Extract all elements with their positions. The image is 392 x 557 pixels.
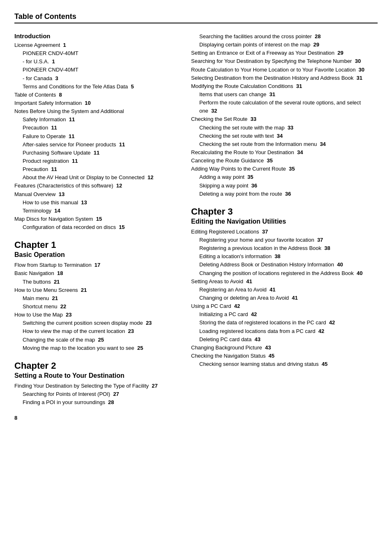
two-column-layout: Introduction License Agreement 1PIONEER … (14, 32, 378, 421)
chapter2-sub: Setting a Route to Your Destination (14, 372, 179, 379)
toc-item: How to Use Menu Screens 21 (14, 286, 179, 294)
toc-item: Checking the set route with text 34 (191, 132, 378, 140)
toc-item: How to use this manual 13 (14, 199, 179, 207)
title-divider (14, 23, 378, 23)
toc-item: Searching for Points of Interest (POI) 2… (14, 390, 179, 398)
toc-item: Modifying the Route Calculation Conditio… (191, 82, 378, 90)
intro-heading: Introduction (14, 32, 179, 39)
toc-item: Checking the Navigation Status 45 (191, 352, 378, 360)
title-section: Table of Contents (14, 12, 378, 29)
toc-item: Manual Overview 13 (14, 190, 179, 199)
toc-item: Finding Your Destination by Selecting th… (14, 382, 179, 390)
toc-item: Checking sensor learning status and driv… (191, 360, 378, 368)
toc-item: Product registration 11 (14, 157, 179, 165)
toc-item: Using a PC Card 42 (191, 302, 378, 310)
toc-item: How to view the map of the current locat… (14, 327, 179, 335)
toc-item: Registering an Area to Avoid 41 (191, 286, 378, 294)
toc-item: Loading registered locations data from a… (191, 327, 378, 335)
chapter1-sub: Basic Operation (14, 251, 179, 259)
toc-item: Displaying certain points of interest on… (191, 41, 378, 49)
toc-item: Deleting a way point from the route 36 (191, 190, 378, 198)
toc-item: Important Safety Information 10 (14, 99, 179, 107)
toc-item: Safety Information 11 (14, 116, 179, 124)
chapter2-items: Finding Your Destination by Selecting th… (14, 382, 179, 407)
toc-item: Perform the route calculation of the sev… (191, 99, 378, 115)
toc-item: Features (Characteristics of this softwa… (14, 182, 179, 190)
chapter1-heading: Chapter 1 (14, 240, 179, 250)
right-column: Searching the facilities around the cros… (191, 32, 378, 421)
toc-item: Adding a way point 35 (191, 173, 378, 181)
toc-item: Skipping a way point 36 (191, 182, 378, 190)
toc-item: Adding Way Points to the Current Route 3… (191, 165, 378, 173)
toc-item: Precaution 11 (14, 124, 179, 132)
chapter3-heading: Chapter 3 (191, 206, 378, 217)
chapter2-block: Chapter 2 Setting a Route to Your Destin… (14, 361, 179, 379)
toc-item: Finding a POI in your surroundings 28 (14, 398, 179, 407)
toc-item: - for U.S.A. 1 (14, 58, 179, 66)
chapter3-sub: Editing the Navigation Utilities (191, 218, 378, 225)
toc-item: Purchasing Software Update 11 (14, 149, 179, 157)
toc-item: Terms and Conditions for the Tele Atlas … (14, 83, 179, 91)
toc-item: The buttons 21 (14, 278, 179, 286)
toc-item: Changing the scale of the map 25 (14, 336, 179, 344)
toc-item: Editing a location's information 38 (191, 252, 378, 261)
toc-item: Registering your home and your favorite … (191, 236, 378, 244)
toc-item: How to Use the Map 23 (14, 311, 179, 319)
toc-item: Flow from Startup to Termination 17 (14, 261, 179, 269)
toc-item: Route Calculation to Your Home Location … (191, 66, 378, 74)
toc-item: Basic Navigation 18 (14, 269, 179, 277)
toc-item: Changing the position of locations regis… (191, 269, 378, 277)
toc-item: Setting an Entrance or Exit of a Freeway… (191, 49, 378, 57)
toc-item: Main menu 21 (14, 294, 179, 303)
toc-item: Initializing a PC card 42 (191, 310, 378, 319)
toc-item: License Agreement 1 (14, 41, 179, 49)
toc-item: PIONEER CNDV-40MT (14, 66, 179, 74)
toc-item: Recalculating the Route to Your Destinat… (191, 148, 378, 157)
chapter2-heading: Chapter 2 (14, 361, 179, 371)
toc-item: - for Canada 3 (14, 74, 179, 83)
toc-item: Precaution 11 (14, 165, 179, 173)
footer-page: 8 (14, 415, 179, 421)
page-title: Table of Contents (14, 12, 378, 21)
toc-item: PIONEER CNDV-40MT (14, 49, 179, 58)
toc-item: Notes Before Using the System and Additi… (14, 107, 179, 116)
toc-item: Table of Contents 8 (14, 91, 179, 99)
ch2-continued-items: Searching the facilities around the cros… (191, 32, 378, 198)
toc-item: Switching the current position screen di… (14, 319, 179, 327)
chapter3-items: Editing Registered Locations 37Registeri… (191, 228, 378, 368)
toc-item: Terminology 14 (14, 207, 179, 215)
chapter3-block: Chapter 3 Editing the Navigation Utiliti… (191, 206, 378, 225)
toc-item: Registering a previous location in the A… (191, 244, 378, 252)
toc-item: About the AV Head Unit or Display to be … (14, 173, 179, 182)
toc-item: Searching for Your Destination by Specif… (191, 57, 378, 65)
toc-item: Setting Areas to Avoid 41 (191, 277, 378, 286)
toc-item: Changing or deleting an Area to Avoid 41 (191, 294, 378, 302)
toc-item: Items that users can change 31 (191, 90, 378, 99)
page-container: Table of Contents Introduction License A… (14, 12, 378, 421)
toc-item: Editing Registered Locations 37 (191, 228, 378, 236)
toc-item: After-sales service for Pioneer products… (14, 141, 179, 149)
toc-item: Selecting Destination from the Destinati… (191, 74, 378, 82)
intro-items: License Agreement 1PIONEER CNDV-40MT- fo… (14, 41, 179, 231)
chapter1-block: Chapter 1 Basic Operation (14, 240, 179, 259)
toc-item: Failure to Operate 11 (14, 132, 179, 141)
left-column: Introduction License Agreement 1PIONEER … (14, 32, 179, 421)
toc-item: Storing the data of registered locations… (191, 319, 378, 327)
toc-item: Deleting Address Book or Destination His… (191, 261, 378, 269)
toc-item: Searching the facilities around the cros… (191, 32, 378, 41)
toc-item: Checking the set route with the map 33 (191, 124, 378, 132)
chapter1-items: Flow from Startup to Termination 17Basic… (14, 261, 179, 352)
toc-item: Shortcut menu 22 (14, 303, 179, 311)
toc-item: Map Discs for Navigation System 15 (14, 215, 179, 223)
toc-item: Canceling the Route Guidance 35 (191, 157, 378, 165)
toc-item: Changing Background Picture 43 (191, 344, 378, 352)
toc-item: Deleting PC card data 43 (191, 335, 378, 344)
toc-item: Configuration of data recorded on discs … (14, 223, 179, 231)
toc-item: Moving the map to the location you want … (14, 344, 179, 352)
toc-item: Checking the set route from the Informat… (191, 140, 378, 148)
toc-item: Checking the Set Route 33 (191, 115, 378, 123)
